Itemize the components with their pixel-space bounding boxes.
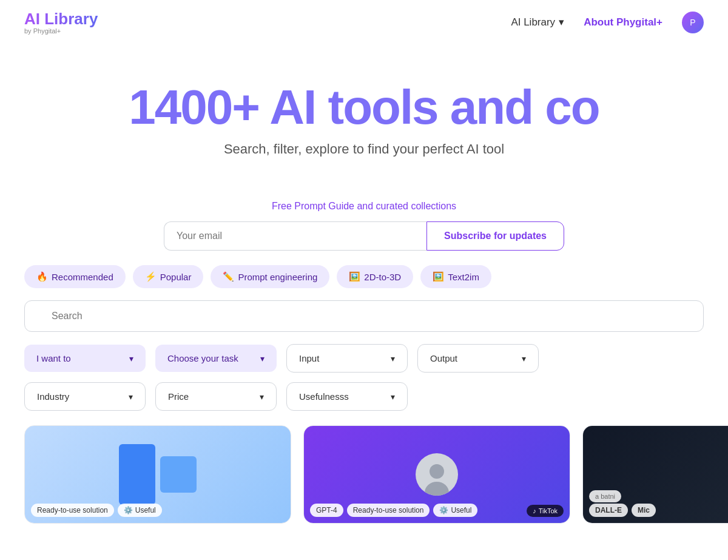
- filter-output-label: Output: [430, 353, 457, 363]
- card-3: DALL-E Mic a batni: [582, 425, 728, 524]
- fire-icon: 🔥: [36, 271, 48, 282]
- email-row: Subscribe for updates: [164, 221, 564, 251]
- badge-gpt4: GPT-4: [310, 504, 343, 517]
- badge-mic: Mic: [632, 504, 656, 517]
- filter-choose-task[interactable]: Choose your task ▾: [155, 345, 277, 372]
- chevron-down-icon: ▾: [522, 354, 526, 363]
- tab-2d-3d[interactable]: 🖼️ 2D-to-3D: [337, 265, 413, 288]
- image-icon: 🖼️: [433, 271, 444, 282]
- card-3-image: DALL-E Mic a batni: [583, 426, 728, 523]
- nav-library-label: AI Library: [511, 16, 555, 29]
- filter-i-want-to[interactable]: I want to ▾: [24, 345, 146, 372]
- person-avatar: [416, 453, 458, 496]
- filter-industry-label: Industry: [37, 391, 69, 402]
- filters-row-1: I want to ▾ Choose your task ▾ Input ▾ O…: [0, 332, 728, 373]
- subscribe-button[interactable]: Subscribe for updates: [426, 221, 564, 251]
- tab-2d3d-label: 2D-to-3D: [364, 272, 401, 282]
- filter-usefulness-label: Usefulnesss: [299, 391, 349, 402]
- chevron-down-icon: ▾: [391, 392, 395, 402]
- chevron-down-icon: ▾: [391, 354, 395, 363]
- email-input[interactable]: [164, 221, 426, 251]
- avatar[interactable]: P: [682, 12, 704, 33]
- filter-price-label: Price: [168, 391, 189, 402]
- chevron-down-icon: ▾: [129, 392, 133, 402]
- gear-icon: ⚙️: [124, 506, 133, 514]
- header: AI Library by Phygital+ AI Library ▾ Abo…: [0, 0, 728, 44]
- bolt-icon: ⚡: [145, 271, 157, 282]
- filters-row-2: Industry ▾ Price ▾ Usefulnesss ▾: [0, 373, 728, 411]
- svg-point-0: [430, 464, 444, 479]
- hero-subtitle: Search, filter, explore to find your per…: [24, 141, 704, 157]
- hero-title: 1400+ AI tools and co: [24, 81, 704, 134]
- card-2-image: GPT-4 Ready-to-use solution ⚙️ Useful ♪ …: [304, 426, 570, 523]
- svg-point-1: [425, 482, 449, 496]
- card-1: Ready-to-use solution ⚙️ Useful: [24, 425, 291, 524]
- card-2-badges: GPT-4 Ready-to-use solution ⚙️ Useful: [310, 504, 477, 517]
- badge-dalle: DALL-E: [589, 504, 628, 517]
- logo-subtitle: by Phygital+: [24, 27, 98, 35]
- nav-library-link[interactable]: AI Library ▾: [511, 16, 564, 29]
- card-2: GPT-4 Ready-to-use solution ⚙️ Useful ♪ …: [303, 425, 570, 524]
- cards-row: Ready-to-use solution ⚙️ Useful GPT-4: [0, 411, 728, 524]
- filter-input[interactable]: Input ▾: [286, 344, 408, 373]
- gear-icon-2: ⚙️: [439, 506, 448, 514]
- hero-section: 1400+ AI tools and co Search, filter, ex…: [0, 44, 728, 181]
- filter-price[interactable]: Price ▾: [155, 382, 277, 411]
- tab-popular-label: Popular: [160, 272, 192, 282]
- bar-short: [160, 456, 197, 493]
- chevron-down-icon: ▾: [559, 16, 564, 29]
- filter-choose-task-label: Choose your task: [167, 353, 238, 363]
- badge-useful: ⚙️ Useful: [118, 504, 162, 517]
- email-section: Free Prompt Guide and curated collection…: [0, 201, 728, 251]
- chevron-down-icon: ▾: [260, 354, 265, 363]
- badge-extra: a batni: [589, 490, 621, 502]
- search-section: 🔍: [0, 288, 728, 332]
- filter-usefulness[interactable]: Usefulnesss ▾: [286, 382, 408, 411]
- card-1-badges: Ready-to-use solution ⚙️ Useful: [31, 504, 162, 517]
- pencil-icon: ✏️: [223, 271, 234, 282]
- chevron-down-icon: ▾: [260, 392, 264, 402]
- tab-text2im[interactable]: 🖼️ Text2im: [420, 265, 491, 288]
- tab-text2im-label: Text2im: [448, 272, 479, 282]
- chevron-down-icon: ▾: [129, 354, 133, 363]
- logo: AI Library by Phygital+: [24, 10, 98, 35]
- logo-title: AI Library: [24, 10, 98, 29]
- card-1-image: Ready-to-use solution ⚙️ Useful: [25, 426, 291, 523]
- tab-popular[interactable]: ⚡ Popular: [133, 265, 204, 288]
- nav: AI Library ▾ About Phygital+ P: [511, 12, 704, 33]
- prompt-guide-link[interactable]: Free Prompt Guide and curated collection…: [272, 201, 456, 212]
- bar-tall: [119, 444, 155, 505]
- badge-ready-to-use: Ready-to-use solution: [31, 504, 114, 517]
- filter-i-want-to-label: I want to: [36, 353, 71, 363]
- filter-tabs: 🔥 Recommended ⚡ Popular ✏️ Prompt engine…: [0, 251, 728, 288]
- badge-ready-to-use-2: Ready-to-use solution: [347, 504, 430, 517]
- tab-prompt-engineering[interactable]: ✏️ Prompt engineering: [211, 265, 329, 288]
- nav-about-link[interactable]: About Phygital+: [584, 16, 662, 29]
- tab-prompt-label: Prompt engineering: [238, 272, 317, 282]
- filter-input-label: Input: [299, 353, 319, 363]
- tiktok-badge: ♪ TikTok: [527, 505, 564, 517]
- grid-icon: 🖼️: [349, 271, 360, 282]
- tab-recommended-label: Recommended: [52, 272, 113, 282]
- filter-output[interactable]: Output ▾: [417, 344, 539, 373]
- badge-useful-2: ⚙️ Useful: [433, 504, 477, 517]
- search-wrapper: 🔍: [24, 300, 704, 332]
- tab-recommended[interactable]: 🔥 Recommended: [24, 265, 126, 288]
- search-input[interactable]: [24, 300, 704, 332]
- filter-industry[interactable]: Industry ▾: [24, 382, 146, 411]
- tiktok-icon: ♪: [533, 507, 536, 514]
